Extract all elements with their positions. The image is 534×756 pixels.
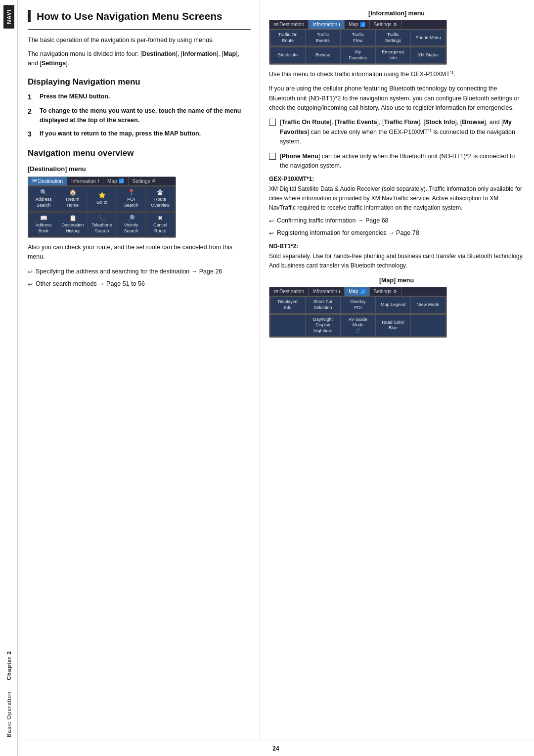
info-tab-map: Map 🗾 <box>345 20 369 29</box>
dest-bullet-1-text: Specifying the address and searching for… <box>36 267 222 276</box>
info-cell-my-favorites: MyFavorites <box>341 47 375 63</box>
left-column: How to Use Navigation Menu Screens The b… <box>18 0 260 741</box>
gex-arrow-1: ↩ <box>269 217 274 225</box>
map-cell-map-legend: Map Legend <box>376 297 410 312</box>
checkbox-item-2: [Phone Menu] can be active only when the… <box>269 152 524 171</box>
step-3-text: If you want to return to the map, press … <box>40 129 201 139</box>
map-grid-row1: DisplayedInfo Short-CutSelection Overlay… <box>269 296 446 313</box>
info-cell-phone-menu: Phone Menu <box>411 30 445 45</box>
route-overview-icon: 🛣 <box>157 189 163 197</box>
step-3: 3 If you want to return to the map, pres… <box>28 129 251 139</box>
gex-bullet-2-text: Registering information for emergencies … <box>277 228 419 238</box>
bullet-arrow-2: ↩ <box>28 280 33 289</box>
columns-layout: How to Use Navigation Menu Screens The b… <box>18 0 534 741</box>
sidebar-navi-tab: NAVI <box>3 5 14 28</box>
map-info-tab-icon: ℹ <box>339 289 340 294</box>
poi-icon: 📍 <box>128 189 135 197</box>
dest-cell-address-book: 📖 AddressBook <box>29 213 58 236</box>
gex-bullet-1-text: Confirming traffic information → Page 68 <box>277 216 389 225</box>
info-cell-xm-status: XM Status <box>411 47 445 63</box>
step-1-num: 1 <box>28 92 37 102</box>
info-map-icon: 🗾 <box>360 22 365 27</box>
info-tab-settings: Settings ⚙ <box>370 20 401 29</box>
info-tab-info: Information ℹ <box>309 20 345 29</box>
checkbox-text-2: [Phone Menu] can be active only when the… <box>280 152 524 171</box>
info-cell-traffic-settings: TrafficSettings <box>376 30 410 45</box>
dest-tabbar: 🗺 Destination Information ℹ Map 🗾 Se <box>28 177 176 186</box>
step-2-text: To change to the menu you want to use, t… <box>40 106 251 125</box>
dest-tab-destination: 🗺 Destination <box>28 177 67 185</box>
settings-tab-icon-dest: ⚙ <box>152 178 156 183</box>
destination-menu-label: [Destination] menu <box>28 165 251 173</box>
dest-tab-icon: 🗺 <box>32 178 37 183</box>
info-cell-stock-info: Stock Info <box>270 47 305 63</box>
info-settings-icon: ⚙ <box>393 22 397 27</box>
dest-menu-grid-row2: 📖 AddressBook 📋 DestinationHistory 📞 Tel… <box>28 212 176 237</box>
right-column: [Information] menu 🗺 Destination Informa… <box>260 0 534 741</box>
map-grid-row2: Day/NightDisplayNighttime AV GuideMode🎵 … <box>269 314 446 337</box>
info-tab-icon-dest: ℹ <box>97 178 99 183</box>
sidebar: NAVI Chapter 2 Basic Operation <box>0 0 18 756</box>
dest-history-icon: 📋 <box>69 215 77 222</box>
step-1-text: Press the MENU button. <box>40 92 110 102</box>
cancel-route-icon: ✖ <box>158 215 163 222</box>
step-3-num: 3 <box>28 129 37 139</box>
dest-menu-grid-row1: 🔍 AddressSearch 🏠 ReturnHome ⭐ Go to <box>28 186 176 212</box>
dest-cell-poi: 📍 POISearch <box>117 187 145 211</box>
page-wrapper: NAVI Chapter 2 Basic Operation How to Us… <box>0 0 534 756</box>
checkbox-icon-1 <box>269 119 276 126</box>
info-menu-label: [Information] menu <box>269 10 524 17</box>
step-2-num: 2 <box>28 106 37 125</box>
main-content: How to Use Navigation Menu Screens The b… <box>18 0 534 756</box>
destination-menu-screenshot: 🗺 Destination Information ℹ Map 🗾 Se <box>28 177 176 238</box>
dest-cell-route-overview: 🛣 RouteOverview <box>146 187 175 211</box>
address-search-icon: 🔍 <box>40 189 47 197</box>
map-tab-icon-dest: 🗾 <box>119 178 124 183</box>
dest-bullet-1: ↩ Specifying the address and searching f… <box>28 267 251 276</box>
map-cell-empty1 <box>270 315 305 336</box>
dest-cell-vicinity: 🔎 VicinitySearch <box>117 213 145 236</box>
gex-bullet-1: ↩ Confirming traffic information → Page … <box>269 216 524 225</box>
info-cell-traffic-on-route: Traffic OnRoute <box>270 30 305 45</box>
map-tab-info: Information ℹ <box>309 287 345 296</box>
map-menu-section: [Map] menu 🗺 Destination Information ℹ <box>269 277 524 337</box>
gex-arrow-2: ↩ <box>269 229 274 238</box>
nav-overview-title: Navigation menu overview <box>28 148 251 158</box>
info-body1: Use this menu to check traffic informati… <box>269 70 524 80</box>
map-map-tab-icon: 🗾 <box>360 289 365 294</box>
map-dest-tab-icon: 🗺 <box>273 289 278 294</box>
steps-list: 1 Press the MENU button. 2 To change to … <box>28 92 251 139</box>
map-cell-overlay-poi: OverlayPOI <box>341 297 375 312</box>
map-settings-tab-icon: ⚙ <box>393 289 397 294</box>
dest-bullet-2-text: Other search methods → Page 51 to 56 <box>36 279 145 289</box>
map-menu-screenshot: 🗺 Destination Information ℹ Map 🗾 <box>269 287 447 337</box>
vicinity-icon: 🔎 <box>128 215 135 222</box>
step-2: 2 To change to the menu you want to use,… <box>28 106 251 125</box>
return-home-icon: 🏠 <box>69 189 77 197</box>
info-grid-row1: Traffic OnRoute TrafficEvents TrafficFlo… <box>269 29 446 46</box>
displaying-nav-title: Displaying Navigation menu <box>28 77 251 87</box>
page-title-section: How to Use Navigation Menu Screens <box>28 10 251 22</box>
dest-cell-return-home: 🏠 ReturnHome <box>58 187 87 211</box>
dest-menu-desc: Also you can check your route, and the s… <box>28 243 251 262</box>
info-menu-screenshot: 🗺 Destination Information ℹ Map 🗾 <box>269 20 447 65</box>
map-tab-map: Map 🗾 <box>345 287 369 296</box>
dest-bullets: ↩ Specifying the address and searching f… <box>28 267 251 289</box>
map-tab-settings: Settings ⚙ <box>370 287 401 296</box>
gex-label: GEX-P10XMT*1: <box>269 176 524 182</box>
info-dest-icon: 🗺 <box>273 22 278 27</box>
intro-line2: The navigation menu is divided into four… <box>28 49 251 69</box>
info-tab-dest: 🗺 Destination <box>269 20 309 29</box>
dest-tab-settings: Settings ⚙ <box>129 177 160 185</box>
page-number: 24 <box>18 741 534 756</box>
info-cell-emergency: EmergencyInfo <box>376 47 410 63</box>
map-cell-day-night: Day/NightDisplayNighttime <box>306 315 340 336</box>
info-info-icon: ℹ <box>339 22 340 27</box>
info-cell-traffic-flow: TrafficFlow <box>341 30 375 45</box>
info-menu-section: [Information] menu 🗺 Destination Informa… <box>269 10 524 270</box>
gex-bullet-2: ↩ Registering information for emergencie… <box>269 228 524 238</box>
info-grid-row2: Stock Info Browse MyFavorites EmergencyI… <box>269 46 446 64</box>
telephone-icon: 📞 <box>98 215 106 222</box>
sidebar-basic-label: Basic Operation <box>4 687 14 741</box>
intro-line1: The basic operation of the navigation is… <box>28 36 251 45</box>
